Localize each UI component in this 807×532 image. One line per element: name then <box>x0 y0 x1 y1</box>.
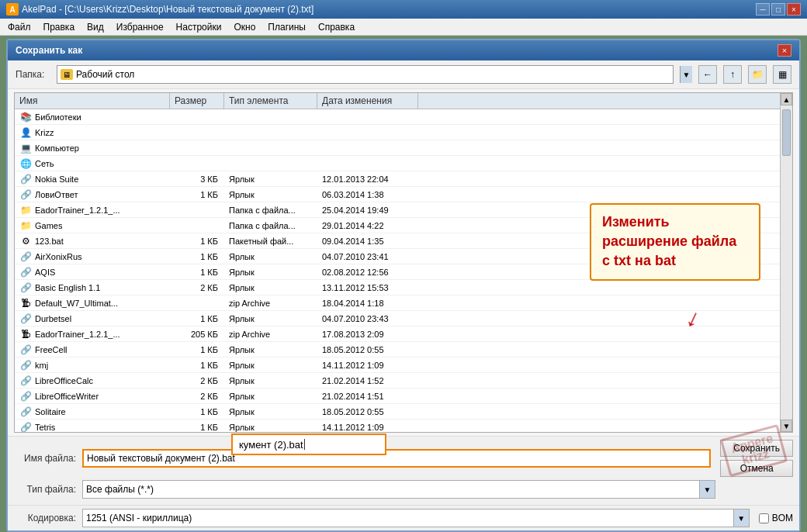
maximize-button[interactable]: □ <box>771 3 785 16</box>
table-row[interactable]: 🔗 Durbetsel 1 КБ Ярлык 04.07.2010 23:43 <box>15 311 780 326</box>
scroll-up-button[interactable]: ▲ <box>781 93 792 105</box>
filetype-label: Тип файла: <box>14 484 76 495</box>
file-date: 18.04.2014 1:18 <box>317 298 418 309</box>
menu-favorites[interactable]: Избранное <box>112 20 168 34</box>
filename-input[interactable] <box>87 453 706 464</box>
file-type: Ярлык <box>224 391 317 402</box>
vertical-scrollbar[interactable]: ▲ ▼ <box>780 93 792 432</box>
file-icon: 🔗 <box>19 267 32 278</box>
file-name: EadorTrainer_1.2.1_... <box>35 206 120 215</box>
table-row[interactable]: 🔗 ЛовиОтвет 1 КБ Ярлык 06.03.2014 1:38 <box>15 187 780 202</box>
table-row[interactable]: 💻 Компьютер <box>15 140 780 156</box>
file-date: 09.04.2014 1:35 <box>317 236 418 247</box>
file-size: 1 КБ <box>170 360 224 371</box>
dialog-title-bar: Сохранить как × <box>8 40 799 60</box>
table-row[interactable]: 🗜 Default_W7_Ultimat... zip Archive 18.0… <box>15 295 780 311</box>
file-date: 29.01.2014 4:22 <box>317 220 418 231</box>
file-icon: 📚 <box>19 112 32 123</box>
table-row[interactable]: 🔗 kmj 1 КБ Ярлык 14.11.2012 1:09 <box>15 358 780 373</box>
file-date: 17.08.2013 2:09 <box>317 329 418 340</box>
filetype-dropdown-arrow[interactable]: ▼ <box>699 481 715 498</box>
file-name: ЛовиОтвет <box>35 190 78 199</box>
file-name: LibreOfficeWriter <box>35 392 99 401</box>
file-date <box>317 132 418 133</box>
filename-overlay-input[interactable]: кумент (2).bat <box>231 434 386 455</box>
folder-combo[interactable]: 🖥 Рабочий стол <box>57 65 674 84</box>
encoding-combo[interactable]: 1251 (ANSI - кириллица) ▼ <box>82 509 750 527</box>
filename-label: Имя файла: <box>14 453 76 464</box>
menu-window[interactable]: Окно <box>229 20 260 34</box>
table-row[interactable]: 🌐 Сеть <box>15 156 780 171</box>
title-bar-text: AkelPad - [C:\Users\Krizz\Desktop\Новый … <box>22 4 313 15</box>
file-name: FreeCell <box>35 345 68 354</box>
file-date: 18.05.2012 0:55 <box>317 344 418 355</box>
folder-name: Рабочий стол <box>76 69 670 80</box>
file-icon: 🔗 <box>19 313 32 324</box>
file-icon: 🔗 <box>19 174 32 185</box>
file-type <box>224 116 317 118</box>
minimize-button[interactable]: ─ <box>756 3 770 16</box>
up-button[interactable]: ↑ <box>723 65 742 84</box>
file-icon: 📁 <box>19 220 32 231</box>
menu-settings[interactable]: Настройки <box>171 20 227 34</box>
file-type: Ярлык <box>224 174 317 185</box>
menu-file[interactable]: Файл <box>3 20 36 34</box>
file-name: Default_W7_Ultimat... <box>35 299 118 308</box>
file-size: 1 КБ <box>170 267 224 278</box>
file-type: Пакетный фай... <box>224 236 317 247</box>
file-type: Ярлык <box>224 375 317 386</box>
table-row[interactable]: 👤 Krizz <box>15 125 780 140</box>
table-row[interactable]: 🔗 Solitaire 1 КБ Ярлык 18.05.2012 0:55 <box>15 404 780 420</box>
file-date: 21.02.2014 1:51 <box>317 391 418 402</box>
table-row[interactable]: 🗜 EadorTrainer_1.2.1_... 205 КБ zip Arch… <box>15 326 780 342</box>
title-bar: A AkelPad - [C:\Users\Krizz\Desktop\Новы… <box>0 0 807 19</box>
file-type: zip Archive <box>224 329 317 340</box>
file-name: LibreOfficeCalc <box>35 376 93 385</box>
table-row[interactable]: 📚 Библиотеки <box>15 109 780 125</box>
file-size: 3 КБ <box>170 174 224 185</box>
file-size <box>170 116 224 118</box>
view-button[interactable]: ▦ <box>773 65 791 84</box>
folder-dropdown-arrow[interactable]: ▼ <box>680 66 692 83</box>
file-type: Ярлык <box>224 189 317 200</box>
file-type: Ярлык <box>224 360 317 371</box>
file-size <box>170 302 224 304</box>
callout-box: Изменить расширение файла с txt на bat <box>590 203 760 281</box>
table-row[interactable]: 🔗 FreeCell 1 КБ Ярлык 18.05.2012 0:55 <box>15 342 780 358</box>
menu-plugins[interactable]: Плагины <box>263 20 310 34</box>
file-date: 18.05.2012 0:55 <box>317 406 418 417</box>
table-row[interactable]: 🔗 Nokia Suite 3 КБ Ярлык 12.01.2013 22:0… <box>15 171 780 187</box>
table-row[interactable]: 🔗 Tetris 1 КБ Ярлык 14.11.2012 1:09 <box>15 420 780 432</box>
bom-checkbox[interactable] <box>759 513 769 523</box>
file-icon: 🔗 <box>19 375 32 386</box>
scroll-down-button[interactable]: ▼ <box>781 420 792 432</box>
menu-view[interactable]: Вид <box>82 20 109 34</box>
menu-help[interactable]: Справка <box>313 20 359 34</box>
file-size <box>170 147 224 149</box>
scroll-thumb[interactable] <box>782 109 791 156</box>
dialog-close-button[interactable]: × <box>778 44 791 57</box>
file-size: 1 КБ <box>170 422 224 433</box>
scroll-track[interactable] <box>781 105 792 420</box>
col-header-name[interactable]: Имя <box>15 93 170 109</box>
bom-checkbox-row[interactable]: BOM <box>759 513 793 523</box>
close-button[interactable]: × <box>787 3 801 16</box>
back-button[interactable]: ← <box>698 65 717 84</box>
file-type: Ярлык <box>224 251 317 262</box>
file-type: Ярлык <box>224 344 317 355</box>
file-size: 1 КБ <box>170 251 224 262</box>
col-header-date[interactable]: Дата изменения <box>317 93 418 109</box>
table-row[interactable]: 🔗 LibreOfficeWriter 2 КБ Ярлык 21.02.201… <box>15 389 780 404</box>
filetype-combo[interactable]: Все файлы (*.*) ▼ <box>82 480 715 499</box>
file-name: Сеть <box>35 159 54 168</box>
new-folder-button[interactable]: 📁 <box>748 65 767 84</box>
encoding-dropdown-arrow[interactable]: ▼ <box>733 510 749 527</box>
folder-label: Папка: <box>16 69 50 80</box>
table-row[interactable]: 🔗 Basic English 1.1 2 КБ Ярлык 13.11.201… <box>15 280 780 295</box>
col-header-type[interactable]: Тип элемента <box>224 93 317 109</box>
menu-edit[interactable]: Правка <box>39 20 80 34</box>
table-row[interactable]: 🔗 LibreOfficeCalc 2 КБ Ярлык 21.02.2014 … <box>15 373 780 389</box>
file-type <box>224 132 317 133</box>
menu-bar: Файл Правка Вид Избранное Настройки Окно… <box>0 19 807 36</box>
col-header-size[interactable]: Размер <box>170 93 224 109</box>
